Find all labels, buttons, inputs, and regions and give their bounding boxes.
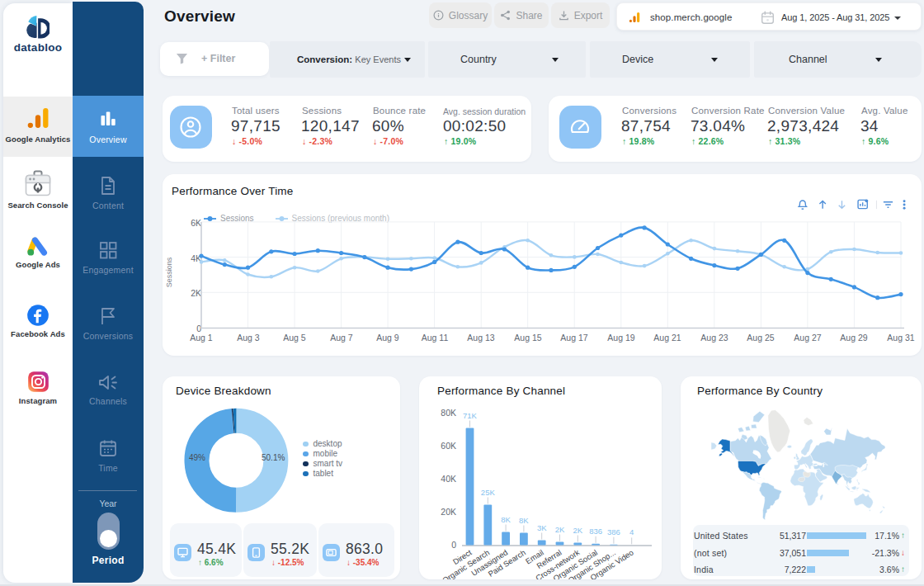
svg-text:40K: 40K	[441, 474, 456, 484]
svg-text:71K: 71K	[463, 411, 478, 420]
svg-text:386: 386	[607, 527, 620, 536]
svg-text:20K: 20K	[441, 507, 456, 517]
svg-text:25K: 25K	[481, 488, 496, 497]
svg-text:2K: 2K	[555, 525, 565, 534]
svg-text:0: 0	[451, 540, 456, 550]
svg-text:3K: 3K	[537, 523, 547, 532]
svg-text:4: 4	[629, 527, 634, 536]
svg-text:8K: 8K	[501, 515, 511, 524]
svg-text:80K: 80K	[441, 408, 456, 418]
svg-text:2K: 2K	[573, 526, 582, 535]
svg-text:836: 836	[589, 527, 602, 536]
svg-text:8K: 8K	[519, 516, 529, 525]
svg-text:60K: 60K	[441, 441, 456, 451]
